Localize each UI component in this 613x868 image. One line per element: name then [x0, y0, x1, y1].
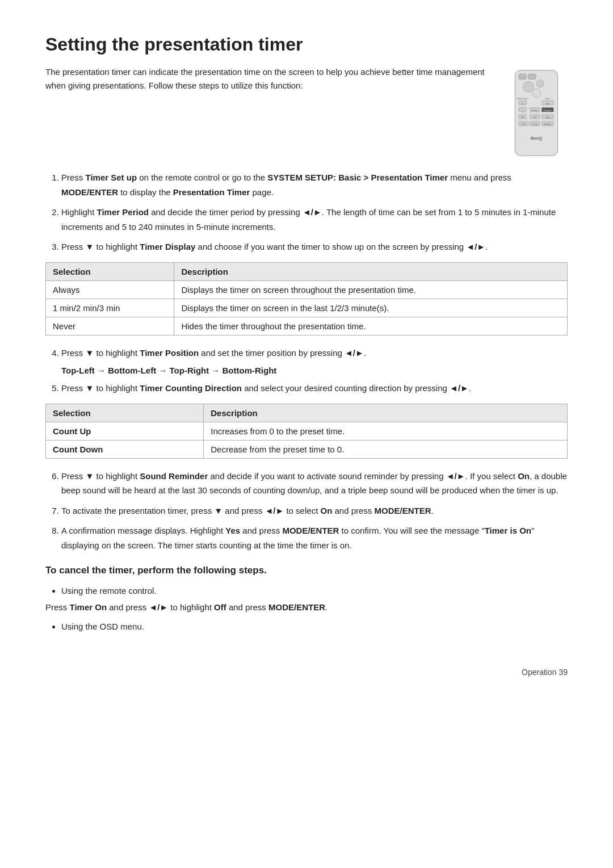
- steps-list-4: Press ▼ to highlight Sound Reminder and …: [61, 469, 568, 553]
- table1-row3-col2: Hides the timer throughout the presentat…: [174, 317, 568, 335]
- position-arrow-line: Top-Left → Bottom-Left → Top-Right → Bot…: [61, 366, 568, 375]
- table-row: Count Down Decrease from the preset time…: [46, 440, 568, 458]
- step-6: Press ▼ to highlight Sound Reminder and …: [61, 469, 568, 498]
- svg-text:CC: CC: [533, 116, 536, 119]
- table1-row2-col2: Displays the timer on screen in the last…: [174, 299, 568, 317]
- svg-point-3: [523, 81, 534, 92]
- counting-direction-table: Selection Description Count Up Increases…: [45, 404, 568, 459]
- timer-display-table: Selection Description Always Displays th…: [45, 262, 568, 336]
- press-line: Press Timer On and press ◄/► to highligh…: [45, 600, 568, 615]
- table1-header-description: Description: [174, 262, 568, 280]
- table2-row2-col2: Decrease from the preset time to 0.: [204, 440, 568, 458]
- table-row: Never Hides the timer throughout the pre…: [46, 317, 568, 335]
- table2-header-description: Description: [204, 404, 568, 422]
- table-row: Count Up Increases from 0 to the preset …: [46, 422, 568, 440]
- steps-list-2: Press ▼ to highlight Timer Position and …: [61, 346, 568, 360]
- svg-text:Down: Down: [532, 110, 538, 112]
- svg-text:Timer: Timer: [521, 123, 526, 125]
- step-2: Highlight Timer Period and decide the ti…: [61, 205, 568, 234]
- steps-list-1: Press Timer Set up on the remote control…: [61, 170, 568, 254]
- step-4: Press ▼ to highlight Timer Position and …: [61, 346, 568, 360]
- svg-text:Set up: Set up: [532, 123, 538, 125]
- page-title: Setting the presentation timer: [45, 34, 568, 55]
- svg-rect-1: [519, 74, 526, 79]
- table-row: 1 min/2 min/3 min Displays the timer on …: [46, 299, 568, 317]
- svg-text:BenQ: BenQ: [531, 136, 542, 141]
- svg-point-4: [536, 80, 544, 87]
- page-number: Operation 39: [522, 668, 568, 677]
- svg-text:Test: Test: [545, 116, 550, 119]
- svg-text:Digital Zoom: Digital Zoom: [517, 98, 528, 100]
- table1-row2-col1: 1 min/2 min/3 min: [46, 299, 174, 317]
- svg-point-5: [532, 89, 540, 98]
- svg-rect-2: [528, 74, 536, 79]
- remote-svg: + Up Digital Zoom Page - Down Freeze On …: [505, 68, 568, 158]
- step-7: To activate the presentation timer, pres…: [61, 504, 568, 518]
- table-row: Always Displays the timer on screen thro…: [46, 280, 568, 299]
- cancel-item-remote: Using the remote control.: [61, 584, 568, 598]
- cancel-item-osd: Using the OSD menu.: [61, 619, 568, 634]
- footer: Operation 39: [45, 668, 568, 677]
- svg-text:Freeze: Freeze: [544, 109, 552, 112]
- step-1: Press Timer Set up on the remote control…: [61, 170, 568, 199]
- table1-row1-col1: Always: [46, 280, 174, 299]
- step-3: Press ▼ to highlight Timer Display and c…: [61, 240, 568, 254]
- step-5: Press ▼ to highlight Timer Counting Dire…: [61, 381, 568, 396]
- table2-header-selection: Selection: [46, 404, 204, 422]
- table1-row1-col2: Displays the timer on screen throughout …: [174, 280, 568, 299]
- svg-text:Page: Page: [545, 98, 550, 100]
- svg-text:Settings: Settings: [544, 123, 551, 125]
- steps-list-3: Press ▼ to highlight Timer Counting Dire…: [61, 381, 568, 396]
- cancel-list-2: Using the OSD menu.: [61, 619, 568, 634]
- svg-text:+: +: [522, 102, 523, 105]
- table2-row2-col1: Count Down: [46, 440, 204, 458]
- svg-text:On: On: [521, 116, 524, 119]
- cancel-list-1: Using the remote control.: [61, 584, 568, 598]
- table1-row3-col1: Never: [46, 317, 174, 335]
- intro-text: The presentation timer can indicate the …: [45, 65, 494, 93]
- table2-row1-col1: Count Up: [46, 422, 204, 440]
- svg-text:Up: Up: [546, 103, 549, 105]
- table1-header-selection: Selection: [46, 262, 174, 280]
- remote-control-image: + Up Digital Zoom Page - Down Freeze On …: [505, 68, 568, 160]
- cancel-heading: To cancel the timer, perform the followi…: [45, 563, 568, 579]
- table2-row1-col2: Increases from 0 to the preset time.: [204, 422, 568, 440]
- step-8: A confirmation message displays. Highlig…: [61, 523, 568, 552]
- intro-section: The presentation timer can indicate the …: [45, 65, 568, 160]
